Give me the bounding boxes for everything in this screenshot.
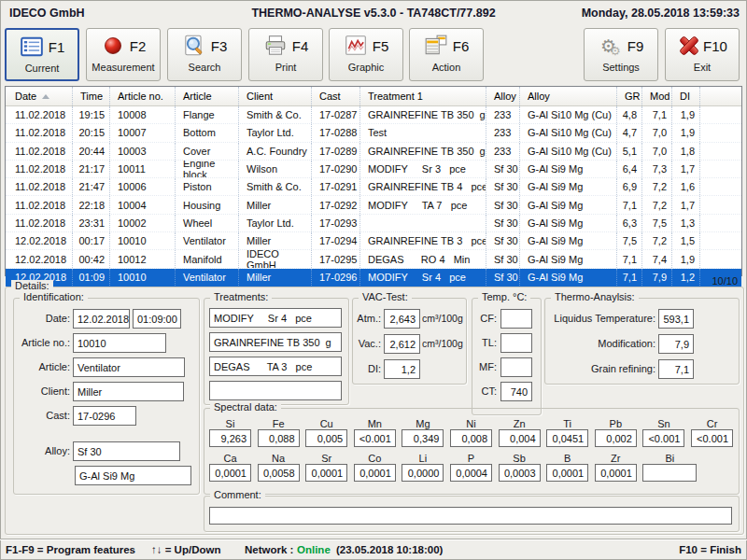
tl-field[interactable] — [500, 333, 532, 353]
cell: 11.02.2018 — [6, 196, 73, 213]
comment-field[interactable] — [209, 507, 732, 525]
modification-field[interactable]: 7,9 — [658, 334, 694, 354]
cell: 10006 — [110, 178, 176, 195]
spectral-ti-field[interactable]: 0,0451 — [546, 429, 588, 447]
cell: 1,2 — [672, 269, 700, 286]
cell: 21:47 — [73, 178, 110, 195]
spectral-mg-field[interactable]: 0,349 — [402, 429, 444, 447]
alloy-code-field[interactable]: Sf 30 — [73, 441, 180, 461]
spectral-cr-field[interactable]: <0.001 — [691, 429, 733, 447]
current-button[interactable]: F1 Current — [5, 28, 79, 81]
date-field[interactable]: 12.02.2018 — [73, 309, 130, 329]
article-field[interactable]: Ventilator — [73, 357, 185, 377]
spectral-sr-field[interactable]: 0,0001 — [305, 464, 347, 482]
action-button[interactable]: F6 Action — [409, 28, 484, 81]
spectral-mn-field[interactable]: <0.001 — [354, 429, 396, 447]
column-header-article[interactable]: Article — [176, 87, 239, 105]
table-row[interactable]: 11.02.201820:4410003CoverA.C. Foundry17-… — [6, 143, 741, 161]
spectral-ca-field[interactable]: 0,0001 — [209, 464, 251, 482]
column-header-mod[interactable]: Mod — [642, 87, 672, 105]
spectral-pb-field[interactable]: 0,002 — [595, 429, 637, 447]
liquidus-field[interactable]: 593,1 — [658, 309, 694, 329]
table-row[interactable]: 12.02.201800:1710010VentilatorMiller17-0… — [6, 232, 741, 250]
table-row[interactable]: 12.02.201801:0910010VentilatorMiller17-0… — [6, 269, 741, 287]
table-row[interactable]: 12.02.201800:4210012ManifoldIDECO GmbH17… — [6, 250, 741, 268]
spectral-element-ti: Ti — [546, 418, 588, 429]
column-header-date[interactable]: Date — [6, 87, 73, 105]
table-row[interactable]: 11.02.201822:1810004HousingMiller17-0292… — [6, 196, 741, 214]
cell: 1,9 — [672, 106, 700, 123]
atm-field[interactable]: 2,643 — [384, 309, 420, 329]
cf-field[interactable] — [500, 309, 532, 329]
exit-button[interactable]: F10 Exit — [665, 28, 740, 81]
spectral-na-field[interactable]: 0,0058 — [258, 464, 300, 482]
column-header-treatment-1[interactable]: Treatment 1 — [360, 87, 486, 105]
table-row[interactable]: 11.02.201821:4710006PistonSmith & Co.17-… — [6, 178, 741, 196]
cell: 233 — [486, 124, 520, 141]
treatment-field-1[interactable]: MODIFY Sr 4 pce — [209, 308, 342, 328]
cell: Miller — [239, 269, 312, 286]
status-program-features: F1-F9 = Program features — [6, 544, 135, 555]
cell: Test — [360, 124, 486, 141]
spectral-element-co: Co — [354, 453, 396, 464]
column-header-gr[interactable]: GR — [617, 87, 642, 105]
cell: Manifold — [176, 250, 239, 267]
column-header-alloy[interactable]: Alloy — [520, 87, 617, 105]
spectral-sb-field[interactable]: 0,0003 — [499, 464, 541, 482]
treatment-field-4[interactable] — [209, 381, 342, 400]
table-row[interactable]: 11.02.201823:3110002WheelTaylor Ltd.17-0… — [6, 215, 741, 232]
cast-field[interactable]: 17-0296 — [73, 406, 136, 426]
article-no-field[interactable]: 10010 — [73, 333, 166, 353]
comment-group-label: Comment: — [210, 489, 265, 500]
spectral-li-field[interactable]: 0,0000 — [402, 464, 444, 482]
column-header-article-no-[interactable]: Article no. — [110, 87, 176, 105]
table-row[interactable]: 11.02.201821:1710011Engine blockWilson17… — [6, 161, 741, 178]
spectral-zn-field[interactable]: 0,004 — [499, 429, 541, 447]
grain-refining-field[interactable]: 7,1 — [658, 359, 694, 379]
alloy-name-field[interactable]: G-Al Si9 Mg — [75, 466, 191, 485]
column-header-client[interactable]: Client — [239, 87, 312, 105]
cell: Sf 30 — [486, 232, 520, 249]
settings-button[interactable]: ⚙⚙ F9 Settings — [584, 28, 658, 81]
spectral-p-field[interactable]: 0,0004 — [450, 464, 492, 482]
vac-field[interactable]: 2,612 — [384, 334, 420, 354]
spectral-sn-field[interactable]: <0.001 — [642, 429, 684, 447]
column-header-alloy[interactable]: Alloy — [486, 87, 520, 105]
spectral-fe-field[interactable]: 0,088 — [258, 429, 300, 447]
spectral-b-field[interactable]: 0,0001 — [546, 464, 588, 482]
fkey-label: F3 — [211, 38, 228, 54]
spectral-element-sr: Sr — [305, 453, 347, 464]
mf-field[interactable] — [500, 357, 532, 377]
spectral-co-field[interactable]: 0,0001 — [354, 464, 396, 482]
fkey-label: F10 — [703, 38, 727, 54]
measurement-button[interactable]: F2 Measurement — [86, 28, 161, 81]
cell: 1,9 — [672, 124, 700, 141]
ct-field[interactable]: 740 — [500, 382, 532, 401]
client-field[interactable]: Miller — [73, 382, 184, 401]
di-field[interactable]: 1,2 — [384, 359, 420, 379]
print-button[interactable]: F4 Print — [248, 28, 323, 81]
cell: 7,1 — [617, 250, 642, 267]
treatment-field-3[interactable]: DEGAS TA 3 pce — [209, 357, 342, 376]
spectral-zr-field[interactable]: 0,0001 — [595, 464, 637, 482]
spectral-ni-field[interactable]: 0,008 — [450, 429, 492, 447]
column-header-time[interactable]: Time — [73, 87, 110, 105]
spectral-bi-field[interactable] — [642, 464, 697, 482]
column-header-di[interactable]: DI — [672, 87, 700, 105]
spectral-si-field[interactable]: 9,263 — [209, 429, 251, 447]
article-label: Article: — [9, 357, 70, 377]
cell: 00:17 — [73, 232, 110, 249]
graphic-button[interactable]: F5 Graphic — [329, 28, 403, 81]
spectral-cu-field[interactable]: 0,005 — [305, 429, 347, 447]
treatment-field-2[interactable]: GRAINREFINE TB 350 g — [209, 332, 342, 352]
time-field[interactable]: 01:09:00 — [133, 309, 181, 329]
cell: 00:42 — [73, 250, 110, 267]
search-button[interactable]: F3 Search — [167, 28, 242, 81]
button-caption: Settings — [585, 62, 657, 73]
table-row[interactable]: 11.02.201820:1510007BottomTaylor Ltd.17-… — [6, 124, 741, 142]
column-header-cast[interactable]: Cast — [312, 87, 360, 105]
alloy-label: Alloy: — [9, 441, 70, 461]
cell: 6,9 — [617, 178, 642, 195]
table-row[interactable]: 11.02.201819:1510008FlangeSmith & Co.17-… — [6, 106, 741, 124]
cell: 7,2 — [642, 232, 672, 249]
